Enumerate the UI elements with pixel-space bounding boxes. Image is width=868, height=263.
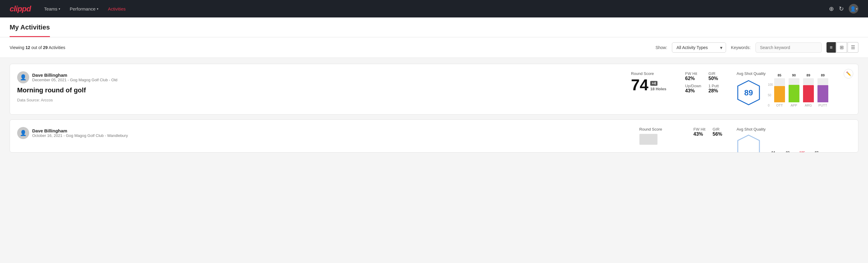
page-title: My Activities [10,18,50,37]
page-header: My Activities [0,18,868,37]
score-placeholder [640,134,657,145]
nav-item-teams[interactable]: Teams ▾ [40,4,64,14]
y-label-50: 50 [768,94,773,97]
y-label-100: 100 [768,83,773,86]
gir-value: 50% [709,76,724,81]
round-score-value: 74 +4 18 Holes [631,77,673,93]
activities-list: ✏️ 👤 Dave Billingham December 05, 2021 -… [0,58,868,158]
viewing-total: 29 [43,45,48,50]
shot-quality-hexagon-2 [737,134,761,152]
score-diff-badge: +4 [650,81,657,86]
svg-marker-1 [738,135,760,152]
view-toggle-compact[interactable]: ≡ [827,42,836,53]
activity-title: Morning round of golf [17,86,624,94]
one-putt-section: 1 Putt 28% [709,84,724,94]
bar2-arg-value: 106 [799,151,805,152]
bar-arg: 89 ARG [803,78,814,107]
gir-label-2: GIR [713,127,724,132]
refresh-icon[interactable]: ↻ [839,5,844,12]
activity-user: 👤 Dave Billingham December 05, 2021 - Go… [17,71,624,83]
gir-label: GIR [709,71,724,76]
shot-quality-chart: 100 50 0 85 OTT [768,78,828,107]
activity-type-select[interactable]: All Activity Types [672,42,726,53]
show-label: Show: [655,45,667,50]
activity-user-2: 👤 Dave Billingham October 16, 2021 - Gog… [17,127,632,139]
app-label: APP [791,104,797,107]
mini-stats-2: FW Hit 43% GIR 56% [689,127,730,137]
fw-hit-label: FW Hit [685,71,701,76]
putt-bar-fill [817,85,828,102]
fw-hit-value-2: 43% [693,132,706,137]
gir-section-2: GIR 56% [713,127,724,137]
bar-putt: 89 PUTT [817,78,828,107]
user-name-2: Dave Billingham [32,128,128,133]
avatar-icon: 👤 [850,6,856,12]
performance-chevron-icon: ▾ [97,7,98,10]
activity-type-wrapper: All Activity Types [672,42,726,53]
ott-label: OTT [776,104,783,107]
filter-bar: Viewing 12 out of 29 Activities Show: Al… [0,37,868,58]
fw-hit-section-2: FW Hit 43% [693,127,706,137]
user-date-2: October 16, 2021 - Gog Magog Golf Club -… [32,133,128,138]
shot-quality-section-2: Avg Shot Quality 94 92 [737,127,851,152]
search-input[interactable] [755,42,822,53]
data-source: Data Source: Arccos [17,98,624,102]
bar2-app: 92 [782,151,793,152]
bar2-app-value: 92 [786,151,789,152]
nav-item-performance[interactable]: Performance ▾ [66,4,102,14]
ott-value: 85 [778,74,781,77]
user-name: Dave Billingham [32,72,117,78]
bar-ott: 85 OTT [774,78,785,107]
mini-stats: FW Hit 62% GIR 50% Up/Down 43% 1 Putt 28… [680,71,730,94]
nav-item-activities[interactable]: Activities [104,4,129,14]
add-icon[interactable]: ⊕ [829,5,834,12]
y-label-0: 0 [768,104,773,107]
view-toggle-detail[interactable]: ☰ [847,42,858,53]
bar2-putt-value: 87 [815,151,818,152]
holes-label: 18 Holes [650,87,666,91]
view-toggles: ≡ ⊞ ☰ [827,42,858,53]
brand-logo[interactable]: clippd [10,4,31,13]
updown-label: Up/Down [685,84,701,88]
activity-info: 👤 Dave Billingham December 05, 2021 - Go… [17,71,624,102]
avatar-2: 👤 [17,127,29,139]
activity-card-2: 👤 Dave Billingham October 16, 2021 - Gog… [10,119,858,152]
keywords-label: Keywords: [731,45,750,50]
shot-quality-section: Avg Shot Quality 89 100 50 0 [737,71,851,107]
bar2-arg: 106 [797,151,808,152]
arg-label: ARG [805,104,812,107]
edit-button[interactable]: ✏️ [844,69,853,79]
teams-chevron-icon: ▾ [59,7,60,10]
activity-info-2: 👤 Dave Billingham October 16, 2021 - Gog… [17,127,632,141]
one-putt-value: 28% [709,88,724,94]
putt-value: 89 [821,74,825,77]
viewing-count-text: Viewing 12 out of 29 Activities [10,45,651,50]
app-bar-fill [788,85,799,102]
user-avatar[interactable]: 👤 ▾ [849,4,858,13]
fw-hit-label-2: FW Hit [693,127,706,132]
round-score-label: Round Score [631,71,673,76]
chart-2: 94 92 106 87 [768,151,822,152]
ott-bar-fill [774,86,785,102]
user-date: December 05, 2021 - Gog Magog Golf Club … [32,78,117,82]
bar-app: 90 APP [788,78,799,107]
arg-value: 89 [807,74,810,77]
arg-bar-fill [803,85,814,102]
view-toggle-grid[interactable]: ⊞ [836,42,847,53]
gir-section: GIR 50% [709,71,724,81]
updown-section: Up/Down 43% [685,84,701,94]
activity-card: ✏️ 👤 Dave Billingham December 05, 2021 -… [10,64,858,115]
fw-hit-value: 62% [685,76,701,81]
shot-quality-value: 89 [744,88,753,97]
avatar-chevron-icon: ▾ [856,7,858,10]
bar2-ott: 94 [768,151,779,152]
round-score-section: Round Score 74 +4 18 Holes [631,71,673,93]
navbar: clippd Teams ▾ Performance ▾ Activities … [0,0,868,18]
avatar-person-icon-2: 👤 [20,130,27,136]
updown-value: 43% [685,88,701,94]
avatar: 👤 [17,71,29,83]
bar2-putt: 87 [811,151,822,152]
round-score-section-2: Round Score [640,127,682,145]
viewing-count: 12 [26,45,30,50]
fw-hit-section: FW Hit 62% [685,71,701,81]
